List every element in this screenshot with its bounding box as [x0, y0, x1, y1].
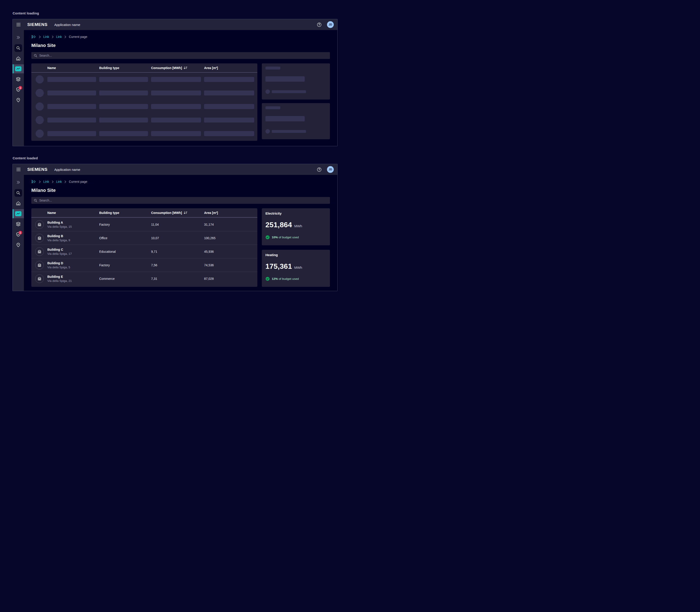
budget-text: of budget used — [278, 277, 299, 280]
notification-badge: 1 — [18, 231, 22, 235]
column-header-type[interactable]: Building type — [99, 211, 151, 214]
skeleton-row — [31, 113, 257, 127]
skeleton-row — [31, 127, 257, 140]
building-name: Building B — [47, 234, 99, 238]
skeleton-row — [31, 100, 257, 113]
sidebar-item-layers[interactable] — [13, 220, 24, 228]
page-content: Link Link Current page Milano Site — [24, 30, 337, 146]
table-row-building-b[interactable]: Building B Via della Spiga, 9 Office 10,… — [31, 231, 257, 245]
breadcrumb-root-icon[interactable] — [31, 180, 36, 184]
sidebar-item-layers[interactable] — [13, 75, 24, 84]
app-launcher-grid-icon[interactable] — [16, 23, 20, 27]
search-input[interactable] — [39, 54, 328, 57]
table-row-building-d[interactable]: Building D Via della Spiga, 5 Factory 7,… — [31, 258, 257, 272]
building-icon — [35, 220, 44, 229]
sidebar-expand-button[interactable] — [13, 179, 24, 186]
table-row-building-a[interactable]: Building A Via della Spiga, 15 Factory 1… — [31, 218, 257, 231]
help-icon[interactable] — [317, 167, 322, 172]
kpi-title: Electricity — [266, 211, 326, 215]
building-area: 31,174 — [204, 223, 257, 226]
skeleton-avatar — [35, 102, 44, 111]
breadcrumb-link-1[interactable]: Link — [43, 35, 49, 39]
column-header-area[interactable]: Area [m²] — [204, 211, 257, 214]
building-type: Factory — [99, 223, 151, 226]
column-header-name[interactable]: Name — [47, 66, 99, 70]
sidebar-item-search[interactable] — [13, 44, 24, 53]
column-header-consumption[interactable]: Consumption [MWh] — [151, 66, 204, 70]
app-frame-loaded: SIEMENS Application name JD — [12, 164, 338, 291]
column-header-type[interactable]: Building type — [99, 66, 151, 70]
kpi-value: 251,864 — [266, 221, 292, 229]
building-address: Via della Spiga, 9 — [47, 238, 99, 242]
kpi-title: Heating — [266, 253, 326, 257]
sidebar-item-shield[interactable]: 1 — [13, 85, 24, 94]
breadcrumb-root-icon[interactable] — [31, 35, 36, 39]
building-area: 74,536 — [204, 263, 257, 267]
line-chart-icon — [15, 66, 22, 71]
table-row-building-e[interactable]: Building E Via della Spiga, 21 Commerce … — [31, 272, 257, 285]
line-chart-icon — [15, 211, 22, 216]
building-icon — [35, 274, 44, 283]
user-avatar[interactable]: JD — [327, 21, 334, 28]
sidebar-expand-button[interactable] — [13, 34, 24, 41]
app-launcher-grid-icon[interactable] — [16, 167, 20, 171]
sidebar-item-location[interactable] — [13, 240, 24, 249]
kpi-cards-loading — [262, 64, 330, 141]
column-header-consumption[interactable]: Consumption [MWh] — [151, 211, 204, 214]
building-icon — [35, 234, 44, 242]
building-consumption: 11,04 — [151, 223, 204, 226]
building-type: Commerce — [99, 277, 151, 280]
page-content: Link Link Current page Milano Site — [24, 175, 337, 291]
help-icon[interactable] — [317, 22, 322, 27]
breadcrumb-link-1[interactable]: Link — [43, 180, 49, 183]
breadcrumb-link-2[interactable]: Link — [56, 180, 62, 183]
app-header: SIEMENS Application name JD — [13, 164, 337, 175]
home-icon — [16, 200, 21, 206]
siemens-logo: SIEMENS — [27, 167, 47, 172]
building-type: Office — [99, 236, 151, 240]
kpi-unit: MWh — [294, 266, 302, 269]
search-bar — [31, 197, 330, 204]
kpi-value: 175,361 — [266, 262, 292, 270]
table-header-row: Name Building type Consumption [MWh] Are… — [31, 208, 257, 218]
sidebar-item-analytics-active[interactable] — [13, 64, 24, 73]
search-input[interactable] — [39, 198, 328, 202]
skeleton-avatar — [35, 129, 44, 138]
sort-descending-icon — [184, 66, 187, 69]
location-pin-icon — [16, 97, 21, 103]
notification-badge: 1 — [18, 86, 22, 89]
search-icon — [14, 189, 22, 197]
app-frame-loading: SIEMENS Application name JD — [12, 19, 338, 146]
sidebar-item-home[interactable] — [13, 199, 24, 208]
sidebar-item-analytics-active[interactable] — [13, 209, 24, 218]
skeleton-card — [262, 64, 330, 99]
user-avatar[interactable]: JD — [327, 166, 334, 173]
sidebar-item-shield[interactable]: 1 — [13, 230, 24, 239]
buildings-table: Name Building type Consumption [MWh] Are… — [31, 208, 257, 287]
table-row-building-c[interactable]: Building C Via della Spiga, 17 Education… — [31, 245, 257, 258]
building-consumption: 7,56 — [151, 263, 204, 267]
building-area: 100,265 — [204, 236, 257, 240]
budget-percent: 10% — [272, 236, 278, 239]
building-icon — [35, 247, 44, 256]
search-icon — [33, 198, 38, 203]
state-label-loading: Content loading — [13, 0, 350, 15]
state-label-loaded: Content loaded — [13, 146, 350, 160]
canvas: Content loading SIEMENS Application name — [0, 0, 350, 306]
kpi-status: 10% of budget used — [266, 235, 326, 239]
building-name: Building A — [47, 221, 99, 224]
kpi-card-heating: Heating 175,361 MWh 12% of budget u — [262, 250, 330, 287]
column-header-name[interactable]: Name — [47, 211, 99, 214]
sidebar-item-location[interactable] — [13, 96, 24, 105]
skeleton-row — [31, 73, 257, 86]
chevron-right-icon — [39, 180, 41, 183]
breadcrumb-link-2[interactable]: Link — [56, 35, 62, 39]
sidebar: 1 — [13, 175, 24, 291]
building-consumption: 10,07 — [151, 236, 204, 240]
sidebar-item-home[interactable] — [13, 54, 24, 63]
building-icon — [35, 261, 44, 269]
column-header-area[interactable]: Area [m²] — [204, 66, 257, 70]
building-consumption: 7,31 — [151, 277, 204, 280]
sidebar-item-search[interactable] — [13, 189, 24, 197]
skeleton-card — [262, 103, 330, 139]
